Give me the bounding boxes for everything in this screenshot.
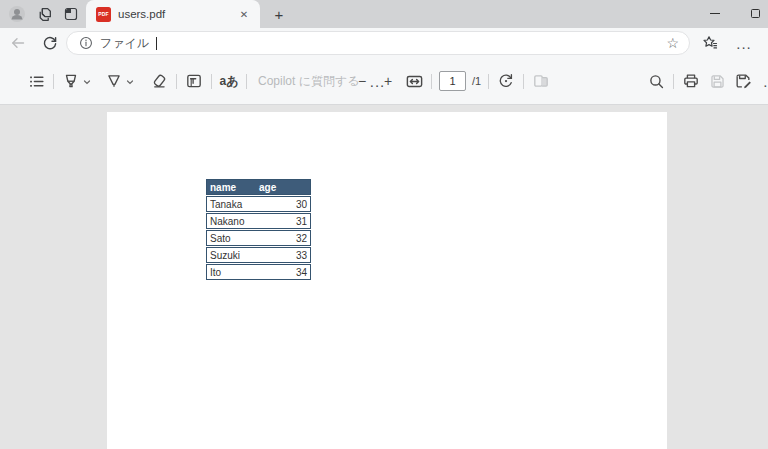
print-button[interactable]	[681, 67, 701, 95]
ask-copilot-button[interactable]: Copilot に質問する	[254, 67, 368, 95]
column-header-name: name	[210, 182, 259, 193]
browser-tab-bar: PDF users.pdf ✕ +	[0, 0, 768, 28]
column-header-age: age	[259, 182, 276, 193]
add-text-button[interactable]	[184, 67, 204, 95]
window-maximize-button[interactable]	[740, 0, 768, 26]
pdf-viewer-canvas[interactable]: name age Tanaka 30 Nakano 31 Sato 32 Suz…	[0, 105, 768, 449]
text-box-icon	[185, 72, 203, 90]
profile-button[interactable]	[6, 4, 28, 24]
pdf-more-button[interactable]: ...	[761, 67, 768, 95]
favorite-star-icon[interactable]: ☆	[666, 36, 679, 50]
text-caret	[156, 37, 157, 50]
rotate-icon	[497, 72, 515, 90]
cell-name: Ito	[210, 267, 296, 278]
workspaces-icon	[36, 6, 53, 23]
erase-tool-button[interactable]	[149, 67, 169, 95]
table-row: Sato 32	[206, 230, 311, 246]
toolbar-separator	[246, 74, 247, 89]
page-view-button[interactable]	[531, 67, 551, 95]
cell-age: 34	[296, 267, 307, 278]
pdf-toolbar: aあ Copilot に質問する ... − + /1	[0, 58, 768, 105]
table-row: Tanaka 30	[206, 196, 311, 212]
cell-name: Tanaka	[210, 199, 296, 210]
site-info-icon[interactable]	[79, 36, 93, 50]
table-of-contents-icon	[28, 73, 45, 90]
new-tab-button[interactable]: +	[268, 4, 290, 24]
draw-tool-button[interactable]	[104, 67, 124, 95]
tab-actions-icon	[63, 6, 79, 22]
users-table: name age Tanaka 30 Nakano 31 Sato 32 Suz…	[206, 179, 311, 280]
pdf-page: name age Tanaka 30 Nakano 31 Sato 32 Suz…	[107, 112, 667, 449]
fit-to-width-button[interactable]	[404, 67, 424, 95]
toolbar-separator	[488, 74, 489, 89]
ask-copilot-label: Copilot に質問する	[258, 73, 360, 90]
table-of-contents-button[interactable]	[26, 67, 46, 95]
toolbar-separator	[176, 74, 177, 89]
eraser-icon	[150, 72, 168, 90]
zoom-in-button[interactable]: +	[378, 67, 398, 95]
back-arrow-icon	[10, 35, 26, 51]
read-aloud-button[interactable]: aあ	[219, 67, 239, 95]
favorites-hub-button[interactable]	[698, 32, 722, 54]
profile-avatar-icon	[8, 5, 26, 23]
search-icon	[648, 73, 665, 90]
minus-icon: −	[358, 73, 366, 89]
save-as-button[interactable]	[733, 67, 753, 95]
pdf-toolbar-center-group: − + /1	[352, 58, 551, 104]
chevron-down-icon	[125, 77, 135, 87]
page-view-icon	[532, 72, 550, 90]
tab-close-icon[interactable]: ✕	[236, 6, 252, 22]
table-header-row: name age	[206, 179, 311, 195]
toolbar-separator	[673, 74, 674, 89]
refresh-button[interactable]	[38, 33, 62, 53]
draw-options-chevron[interactable]	[125, 77, 135, 87]
fit-width-icon	[405, 72, 424, 91]
maximize-icon	[751, 9, 760, 18]
page-total-label: /1	[472, 75, 481, 87]
page-number-input[interactable]	[439, 71, 466, 91]
workspaces-button[interactable]	[33, 4, 55, 24]
toolbar-separator	[431, 74, 432, 89]
pdf-toolbar-right-group: ...	[646, 58, 768, 104]
minimize-icon	[710, 13, 720, 14]
cell-age: 32	[296, 233, 307, 244]
tab-actions-button[interactable]	[60, 4, 82, 24]
pdf-file-icon: PDF	[96, 7, 111, 22]
toolbar-separator	[211, 74, 212, 89]
refresh-icon	[42, 35, 58, 51]
active-tab[interactable]: PDF users.pdf ✕	[86, 0, 260, 28]
url-text: ファイル	[100, 35, 149, 52]
cell-name: Suzuki	[210, 250, 296, 261]
save-button[interactable]	[707, 67, 727, 95]
browser-settings-button[interactable]: ...	[732, 32, 756, 54]
zoom-out-button[interactable]: −	[352, 67, 372, 95]
save-as-icon	[734, 72, 752, 90]
highlight-options-chevron[interactable]	[82, 77, 92, 87]
chevron-down-icon	[82, 77, 92, 87]
table-row: Nakano 31	[206, 213, 311, 229]
cell-age: 30	[296, 199, 307, 210]
highlighter-icon	[62, 72, 80, 90]
hub-star-icon	[701, 34, 719, 52]
toolbar-separator	[53, 74, 54, 89]
read-aloud-icon: aあ	[220, 73, 239, 90]
rotate-button[interactable]	[496, 67, 516, 95]
cell-name: Sato	[210, 233, 296, 244]
window-minimize-button[interactable]	[700, 0, 730, 26]
more-options-icon: ...	[736, 35, 752, 52]
back-button[interactable]	[6, 33, 30, 53]
cell-age: 31	[296, 216, 307, 227]
pen-icon	[105, 72, 123, 90]
cell-name: Nakano	[210, 216, 296, 227]
more-options-icon: ...	[763, 73, 768, 90]
address-bar[interactable]: ファイル ☆	[66, 31, 690, 55]
search-button[interactable]	[646, 67, 666, 95]
save-icon	[709, 73, 726, 90]
address-row: ファイル ☆ ...	[0, 28, 768, 58]
table-row: Suzuki 33	[206, 247, 311, 263]
print-icon	[682, 72, 700, 90]
tab-title: users.pdf	[118, 8, 236, 20]
pdf-toolbar-left-group: aあ Copilot に質問する ...	[26, 58, 388, 104]
toolbar-separator	[523, 74, 524, 89]
highlight-tool-button[interactable]	[61, 67, 81, 95]
